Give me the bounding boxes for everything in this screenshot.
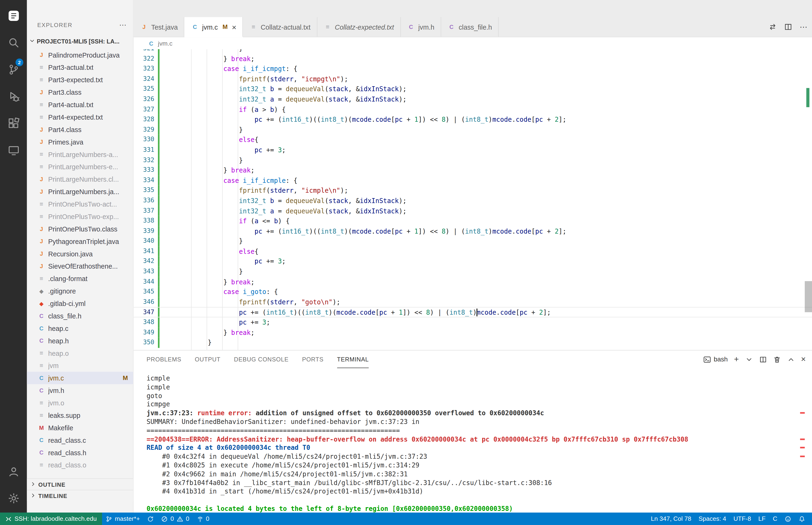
code-line[interactable]: 337 int32_t a = dequeueVal(stack, &idxIn…	[134, 206, 812, 216]
file-item[interactable]: Cjvm.h	[27, 384, 133, 397]
terminal-dropdown-icon[interactable]	[745, 355, 753, 363]
terminal[interactable]: icmpleicmplegotoicmpgejvm.c:37:23: runti…	[147, 374, 802, 512]
file-item[interactable]: JSieveOfErathosthene...	[27, 260, 133, 272]
code-line[interactable]: 339 pc += (int16_t)((int8_t)(mcode.code[…	[134, 226, 812, 236]
activity-bar-explorer-button[interactable]	[0, 2, 27, 29]
code-line[interactable]: 322 } break;	[134, 54, 812, 64]
file-item[interactable]: ≡Part3-expected.txt	[27, 74, 133, 86]
code-editor[interactable]: 321 }322 } break;323 case i_if_icmpgt: {…	[134, 49, 812, 350]
code-line[interactable]: 341 else{	[134, 246, 812, 256]
activity-bar-account-button[interactable]	[0, 458, 27, 485]
code-line[interactable]: 350 }	[134, 338, 812, 348]
code-line[interactable]: 343 }	[134, 267, 812, 277]
code-line[interactable]: 327 if (a > b) {	[134, 104, 812, 115]
status-branch[interactable]: master*+	[102, 512, 143, 525]
panel-tab-terminal[interactable]: TERMINAL	[337, 350, 369, 368]
status-problems[interactable]: 00	[157, 512, 193, 525]
terminal-shell-selector[interactable]: bash	[703, 355, 728, 363]
more-actions-icon[interactable]: ⋯	[799, 22, 808, 32]
split-editor-icon[interactable]	[784, 23, 792, 31]
file-item[interactable]: JPart4.class	[27, 123, 133, 136]
file-item[interactable]: Cread_class.c	[27, 434, 133, 446]
status-ports[interactable]: 0	[193, 512, 213, 525]
tab-Test.java[interactable]: JTest.java	[134, 17, 185, 37]
file-item[interactable]: Cheap.c	[27, 322, 133, 334]
outline-section[interactable]: OUTLINE	[27, 479, 133, 490]
code-line[interactable]: 325 int32_t b = dequeueVal(stack, &idxIn…	[134, 84, 812, 94]
file-item[interactable]: ◆.gitlab-ci.yml	[27, 297, 133, 310]
status-cursor-position[interactable]: Ln 347, Col 78	[647, 512, 695, 525]
file-item[interactable]: JPrintLargeNumbers.ja...	[27, 185, 133, 198]
code-line[interactable]: 332 }	[134, 155, 812, 165]
code-line[interactable]: 345 case i_goto: {	[134, 287, 812, 297]
file-item[interactable]: ≡leaks.supp	[27, 409, 133, 421]
project-section-header[interactable]: PROJECT01-MLI5 [SSH: LA...	[27, 35, 133, 48]
maximize-panel-icon[interactable]	[787, 355, 795, 363]
file-item[interactable]: JPrintOnePlusTwo.class	[27, 223, 133, 235]
panel-tab-output[interactable]: OUTPUT	[195, 350, 220, 368]
file-item[interactable]: Cread_class.h	[27, 446, 133, 459]
code-line[interactable]: 333 } break;	[134, 165, 812, 175]
file-item[interactable]: ≡jvm	[27, 359, 133, 372]
code-line[interactable]: 326 int32_t a = dequeueVal(stack, &idxIn…	[134, 94, 812, 104]
file-item[interactable]: ◆.gitignore	[27, 285, 133, 297]
close-icon[interactable]: ×	[232, 23, 236, 31]
file-item[interactable]: ≡Part4-expected.txt	[27, 111, 133, 123]
file-item[interactable]: MMakefile	[27, 421, 133, 434]
file-item[interactable]: JPrintLargeNumbers.cl...	[27, 173, 133, 185]
split-terminal-icon[interactable]	[759, 355, 767, 363]
tab-class_file.h[interactable]: Cclass_file.h	[441, 17, 499, 37]
status-sync[interactable]	[143, 512, 158, 525]
code-line[interactable]: 336 int32_t b = dequeueVal(stack, &idxIn…	[134, 196, 812, 206]
tab-jvm.c[interactable]: Cjvm.cM×	[184, 17, 243, 37]
file-item[interactable]: ≡PrintOnePlusTwo-act...	[27, 198, 133, 210]
status-remote[interactable]: SSH: labradoodle.caltech.edu	[0, 512, 102, 525]
file-item[interactable]: JPart3.class	[27, 86, 133, 99]
status-encoding[interactable]: UTF-8	[730, 512, 755, 525]
activity-bar-remote-explorer-button[interactable]	[0, 137, 27, 164]
code-line[interactable]: 342 pc += 3;	[134, 257, 812, 267]
panel-tab-problems[interactable]: PROBLEMS	[147, 350, 181, 368]
panel-tab-ports[interactable]: PORTS	[302, 350, 323, 368]
code-line[interactable]: 335 fprintf(stderr, "icmple\n");	[134, 185, 812, 196]
code-line[interactable]: 347 pc += (int16_t)((int8_t)(mcode.code[…	[134, 307, 812, 317]
status-feedback[interactable]	[781, 512, 795, 525]
code-line[interactable]: 324 fprintf(stderr, "icmpgt\n");	[134, 74, 812, 84]
file-item[interactable]: JPythagoreanTriplet.java	[27, 235, 133, 247]
code-line[interactable]: 330 else{	[134, 135, 812, 145]
tab-Collatz-expected.txt[interactable]: ≡Collatz-expected.txt	[317, 17, 401, 37]
code-line[interactable]: 329 }	[134, 124, 812, 135]
new-terminal-icon[interactable]: +	[734, 355, 739, 363]
file-item[interactable]: JRecursion.java	[27, 247, 133, 260]
code-line[interactable]: 346 fprintf(stderr, "goto\n");	[134, 297, 812, 307]
code-line[interactable]: 344 } break;	[134, 277, 812, 287]
activity-bar-search-button[interactable]	[0, 29, 27, 56]
open-changes-icon[interactable]	[768, 23, 777, 31]
kill-terminal-icon[interactable]	[773, 355, 781, 363]
code-line[interactable]: 338 if (a <= b) {	[134, 216, 812, 226]
sidebar-more-icon[interactable]: ⋯	[119, 21, 127, 29]
status-notifications[interactable]	[795, 512, 809, 525]
file-item[interactable]: ≡PrintLargeNumbers-e...	[27, 161, 133, 173]
file-item[interactable]: ≡Part4-actual.txt	[27, 99, 133, 111]
panel-tab-debug-console[interactable]: DEBUG CONSOLE	[234, 350, 289, 368]
activity-bar-settings-button[interactable]	[0, 484, 27, 512]
editor-scrollbar-thumb[interactable]	[805, 281, 812, 312]
tab-jvm.h[interactable]: Cjvm.h	[401, 17, 441, 37]
code-line[interactable]: 340 }	[134, 236, 812, 246]
file-item[interactable]: ≡PrintLargeNumbers-a...	[27, 148, 133, 161]
file-item[interactable]: ≡read_class.o	[27, 459, 133, 471]
file-item[interactable]: Cheap.h	[27, 334, 133, 347]
file-item[interactable]: ≡jvm.o	[27, 397, 133, 409]
timeline-section[interactable]: TIMELINE	[27, 490, 133, 501]
file-item[interactable]: JPrimes.java	[27, 136, 133, 148]
file-item[interactable]: Cjvm.cM	[27, 372, 133, 384]
activity-bar-run-debug-button[interactable]	[0, 83, 27, 110]
code-line[interactable]: 328 pc += (int16_t)((int8_t)(mcode.code[…	[134, 115, 812, 124]
file-item[interactable]: JPalindromeProduct.java	[27, 49, 133, 61]
activity-bar-extensions-button[interactable]	[0, 110, 27, 137]
status-eol[interactable]: LF	[755, 512, 769, 525]
code-line[interactable]: 348 pc += 3;	[134, 317, 812, 328]
close-panel-icon[interactable]: ×	[801, 355, 806, 363]
breadcrumb[interactable]: C jvm.c	[134, 38, 812, 49]
